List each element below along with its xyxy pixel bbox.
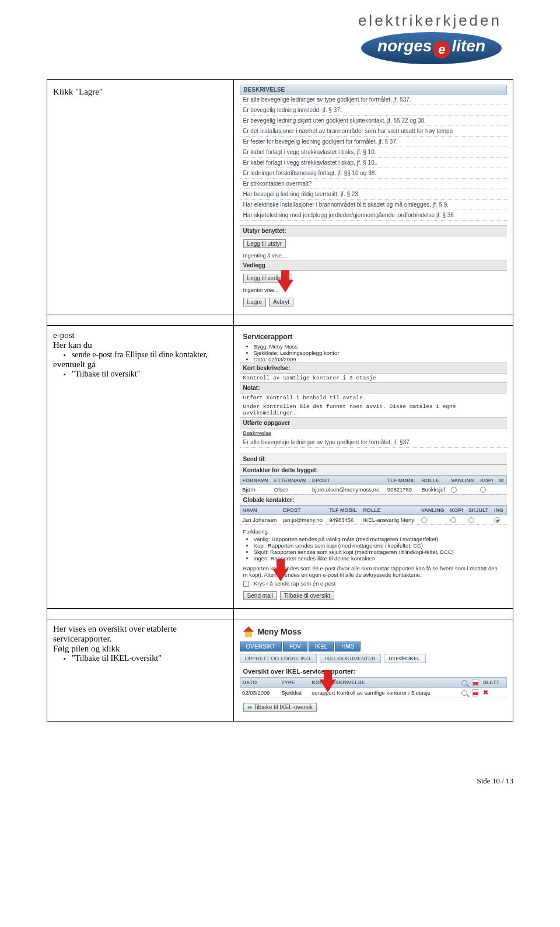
th-rolle[interactable]: ROLLE — [419, 476, 449, 485]
sub-tabs: OPPRETT OG ENDRE IKEL IKEL-DOKUMENTER UT… — [240, 654, 507, 663]
cell-etternavn: Olsen — [272, 485, 310, 494]
list-item: Er stikkontakten overmalt? — [240, 179, 507, 189]
list-item: Har skjøteledning med jordplugg jordlede… — [240, 210, 507, 221]
view-icon[interactable] — [461, 690, 467, 696]
radio-kopi[interactable] — [480, 487, 486, 493]
th-epost2[interactable]: EPOST — [281, 506, 327, 515]
magnify-icon — [461, 680, 467, 686]
cell-fornavn: Bjørn — [240, 485, 272, 494]
th-kopi2[interactable]: KOPI — [448, 506, 466, 515]
table-row: 02/03/2009 Sjekklist cerapport Kontroll … — [240, 688, 506, 698]
row3-left-cell: Her vises en oversikt over etablerte ser… — [47, 619, 234, 722]
pdf-icon — [472, 679, 478, 686]
cell-tlf: 94983456 — [327, 515, 360, 524]
kontakter-bygg-header: Kontakter for dette bygget: — [240, 465, 507, 476]
row2-line2: Her kan du — [53, 340, 228, 350]
list-item: Er bevegelig ledning skjøtt uten godkjen… — [240, 116, 507, 126]
tilbake-ikel-button[interactable]: ⬅Tilbake til IKEL-oversik — [243, 703, 317, 712]
main-layout-table: Klikk "Lagre" BESKRIVELSE Er alle bevege… — [47, 79, 513, 722]
th-vanling2[interactable]: VANLING — [419, 506, 448, 515]
logo-norges: norges — [377, 37, 432, 55]
cell-tlf: 90821789 — [385, 485, 419, 494]
th-ing[interactable]: ING — [492, 506, 507, 515]
th-tlf2[interactable]: TLF MOBIL — [327, 506, 360, 515]
th-etternavn[interactable]: ETTERNAVN — [272, 476, 310, 485]
row2-left-cell: e-post Her kan du sende e-post fra Ellip… — [47, 325, 234, 608]
cell-type: Sjekklist — [281, 689, 302, 696]
row1-left-title: Klikk "Lagre" — [53, 85, 228, 97]
meny-moss-title: Meny Moss — [257, 627, 301, 636]
list-item: Er kabel forlagt i vegg strekkavlastet i… — [240, 147, 507, 158]
tab-ikel[interactable]: IKEL — [309, 642, 334, 651]
tab-fdv[interactable]: FDV — [283, 642, 307, 651]
radio-kopi[interactable] — [450, 517, 456, 523]
cell-epost: jan.jo@meny.no — [281, 515, 327, 524]
list-item: Er ledninger forskriftsmessig forlagt, j… — [240, 168, 507, 179]
meta-item: Bygg: Meny Moss — [254, 343, 507, 350]
lagre-button[interactable]: Lagre — [243, 298, 267, 306]
radio-vanling[interactable] — [451, 487, 457, 493]
pdf-download-icon[interactable] — [472, 689, 478, 696]
row3-bullet: "Tilbake til IKEL-oversikt" — [64, 654, 228, 663]
logo-e-icon: e — [433, 41, 450, 58]
send-til-header: Send til: — [240, 454, 507, 465]
subtab-opprett[interactable]: OPPRETT OG ENDRE IKEL — [240, 654, 317, 663]
list-item: Har elektriske installasjoner i brannomr… — [240, 200, 507, 210]
vedlegg-header: Vedlegg — [240, 260, 507, 271]
oversikt-heading: Oversikt over IKEL-servicerapporter: — [240, 663, 507, 677]
red-arrow-icon — [277, 280, 293, 292]
tab-hms[interactable]: HMS — [335, 642, 360, 651]
back-arrow-icon: ⬅ — [247, 704, 252, 710]
red-arrow-icon — [272, 569, 289, 581]
th-navn[interactable]: NAVN — [240, 506, 281, 515]
th-kopi[interactable]: KOPI — [478, 476, 496, 485]
utforte-header: Utførte oppgaver — [240, 417, 507, 428]
beskrivelse-header: BESKRIVELSE — [240, 85, 507, 95]
cell-rolle: IKEL-ansvarlig Meny — [360, 515, 419, 524]
empty-utstyr-text: Ingenting å vise... — [240, 251, 507, 260]
radio-vanling[interactable] — [421, 517, 427, 523]
tilbake-oversikt-button[interactable]: Tilbake til oversikt — [280, 591, 334, 600]
send-as-one-checkbox[interactable] — [243, 581, 249, 587]
th-rolle2[interactable]: ROLLE — [360, 506, 419, 515]
row1-left-cell: Klikk "Lagre" — [47, 79, 234, 315]
th-type[interactable]: TYPE — [279, 678, 309, 688]
globale-header: Globale kontakter: — [240, 494, 507, 506]
notat1: Utført kontroll i henhold til avtale. — [240, 393, 507, 402]
radio-skjult[interactable] — [468, 517, 474, 523]
subtab-utfor[interactable]: UTFØR IKEL — [384, 654, 426, 663]
beskrivelse-subhead: Beskrivelse — [240, 428, 507, 437]
th-slett[interactable]: SLETT — [481, 678, 507, 688]
kort-text: Kontroll av samtlige kontorer i 3 etasje — [240, 374, 507, 382]
send-mail-button[interactable]: Send mail — [243, 591, 277, 600]
forklaring-label: Forklaring: — [240, 525, 507, 536]
th-vanling[interactable]: VANLING — [449, 476, 478, 485]
notat2: Under kontrollen ble det funnet noen avv… — [240, 402, 507, 417]
table-row: Jan Johansen jan.jo@meny.no 94983456 IKE… — [240, 515, 506, 524]
radio-ingen[interactable] — [494, 517, 500, 523]
th-si[interactable]: SI — [496, 476, 507, 485]
row2-bullet1: sende e-post fra Ellipse til dine kontak… — [64, 350, 228, 360]
brand-logo: norgeseliten — [361, 32, 502, 64]
delete-icon[interactable]: ✖ — [483, 689, 488, 696]
row2-intro: e-post — [53, 330, 228, 340]
th-dato[interactable]: DATO — [240, 678, 279, 688]
page-header: elektrikerkjeden norgeseliten — [0, 0, 560, 68]
servicerapport-title: Servicerapport — [240, 330, 507, 343]
th-tlf[interactable]: TLF MOBIL — [385, 476, 419, 485]
avbryt-button[interactable]: Avbryt — [269, 298, 293, 306]
cell-rolle: Butikksjef — [419, 485, 449, 494]
reports-table: DATO TYPE KORT BESKRIVELSE SLETT 02/03/2… — [240, 677, 507, 698]
subtab-dokumenter[interactable]: IKEL-DOKUMENTER — [320, 654, 381, 663]
row3-right-cell: Meny Moss OVERSIKT FDV IKEL HMS OPPRETT … — [233, 619, 513, 722]
th-fornavn[interactable]: FORNAVN — [240, 476, 272, 485]
cell-dato: 02/03/2009 — [240, 688, 279, 698]
logo-liten: liten — [452, 37, 485, 55]
meta-item: Sjekkliste: Ledningsopplegg kontor — [254, 350, 507, 356]
besk-line: Er alle bevegelige ledninger av type god… — [240, 437, 507, 448]
legg-til-utstyr-button[interactable]: Legg til utstyr — [243, 239, 286, 248]
tab-oversikt[interactable]: OVERSIKT — [240, 642, 282, 651]
th-skjult[interactable]: SKJULT — [466, 506, 492, 515]
empty-vedlegg-text: Ingentin vise... — [240, 285, 507, 294]
th-epost[interactable]: EPOST — [310, 476, 385, 485]
